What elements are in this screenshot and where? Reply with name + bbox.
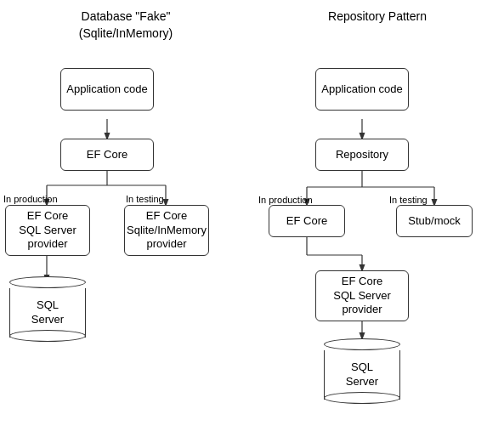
right-test-label: In testing: [389, 195, 428, 205]
left-db-cylinder: SQL Server: [9, 276, 86, 338]
left-sql-provider-box: EF Core SQL Server provider: [5, 205, 90, 256]
left-title: Database "Fake" (Sqlite/InMemory): [0, 0, 252, 42]
right-efcore-label: EF Core: [286, 214, 327, 229]
right-test-text: In testing: [389, 195, 428, 205]
right-repo-box: Repository: [315, 139, 409, 171]
right-title: Repository Pattern: [252, 0, 503, 26]
right-stubmock-box: Stub/mock: [396, 205, 473, 237]
left-sql-provider-label: EF Core SQL Server provider: [19, 209, 76, 253]
right-stubmock-label: Stub/mock: [408, 214, 460, 229]
left-app-code-label: Application code: [66, 82, 147, 97]
right-db-cylinder: SQL Server: [324, 338, 400, 400]
left-app-code-box: Application code: [60, 68, 154, 111]
left-diagram: Database "Fake" (Sqlite/InMemory) Applic…: [0, 0, 252, 437]
right-app-code-label: Application code: [321, 82, 402, 97]
right-diagram: Repository Pattern Application code Repo…: [252, 0, 503, 437]
right-sql-provider-label: EF Core SQL Server provider: [333, 275, 390, 318]
left-title-line2: (Sqlite/InMemory): [79, 26, 173, 40]
diagram-container: Database "Fake" (Sqlite/InMemory) Applic…: [0, 0, 504, 437]
right-efcore-box: EF Core: [269, 205, 345, 237]
left-efcore-label: EF Core: [87, 148, 127, 162]
left-db-label: SQL Server: [31, 298, 64, 327]
left-prod-label: In production: [3, 194, 58, 204]
left-efcore-box: EF Core: [60, 139, 154, 171]
left-prod-text: In production: [3, 194, 58, 204]
left-title-line1: Database "Fake": [82, 9, 171, 23]
right-repo-label: Repository: [336, 148, 388, 162]
right-sql-provider-box: EF Core SQL Server provider: [315, 270, 409, 321]
right-db-label: SQL Server: [346, 360, 378, 389]
left-inmem-provider-box: EF Core Sqlite/InMemory provider: [124, 205, 209, 256]
left-inmem-provider-label: EF Core Sqlite/InMemory provider: [127, 209, 207, 253]
right-prod-text: In production: [258, 195, 313, 205]
left-test-label: In testing: [126, 194, 164, 204]
right-prod-label: In production: [258, 195, 313, 205]
left-test-text: In testing: [126, 194, 164, 204]
right-title-text: Repository Pattern: [328, 9, 427, 23]
right-app-code-box: Application code: [315, 68, 409, 111]
